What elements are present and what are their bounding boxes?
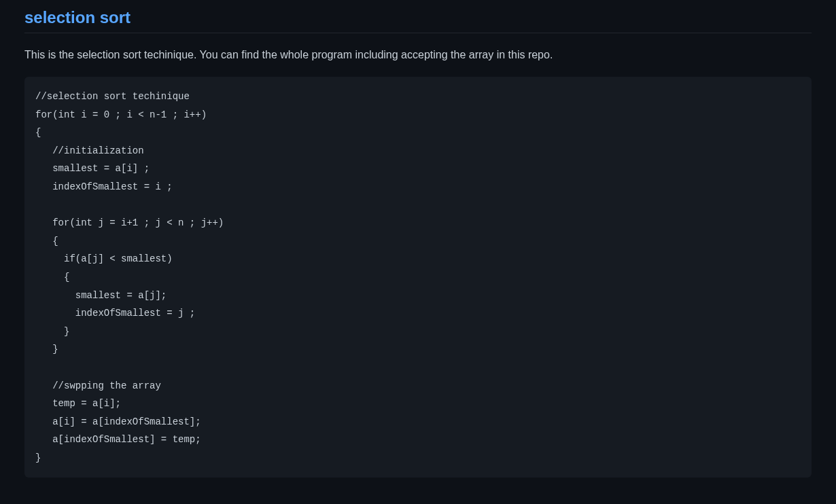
section-heading[interactable]: selection sort (24, 0, 812, 33)
code-content: //selection sort techinique for(int i = … (35, 88, 801, 467)
section-description: This is the selection sort techinique. Y… (24, 47, 812, 63)
code-block: //selection sort techinique for(int i = … (24, 77, 812, 478)
